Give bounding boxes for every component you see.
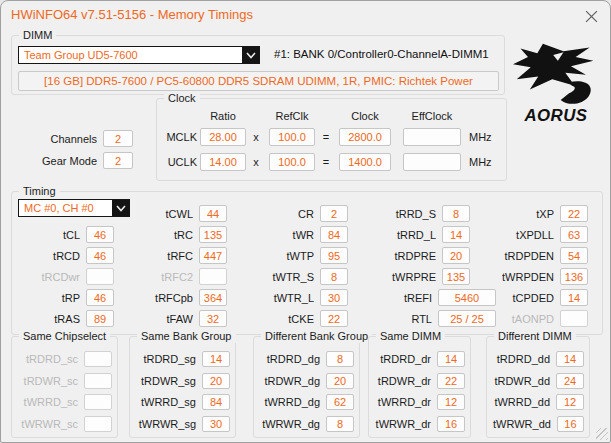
dimm-select-arrow-button[interactable]: [242, 47, 259, 63]
timing-value-tRCD: 46: [86, 247, 114, 264]
clock-header-clock: Clock: [339, 110, 391, 122]
timing-value-tRC: 135: [199, 226, 227, 243]
timing-row-tWTR_S: tWTR_S8: [254, 268, 348, 285]
timing-row-tRCDwr: tRCDwr: [18, 268, 114, 285]
value-tWRWR_sc: [84, 416, 112, 432]
uclk-clock-value: 1400.0: [339, 153, 391, 171]
value-tRDWR_dr: 22: [437, 373, 465, 389]
timing-value-tRDPRE: 20: [442, 247, 470, 264]
timing-value-tFAW: 32: [199, 310, 227, 327]
timing-label-tRCDwr: tRCDwr: [18, 271, 86, 283]
timing-value-tRRD_S: 8: [442, 205, 470, 222]
value-tWRRD_dd: 12: [556, 394, 584, 410]
dimm-group-label: DIMM: [19, 28, 56, 42]
label-tWRWR_dr: tWRWR_dr: [375, 418, 437, 430]
uclk-equals-sign: =: [318, 156, 334, 168]
value-tRDWR_dg: 20: [326, 373, 354, 389]
close-button[interactable]: [581, 6, 601, 26]
label-tWRRD_dd: tWRRD_dd: [493, 396, 556, 408]
timing-label-tWR: tWR: [254, 229, 320, 241]
label-tWRRD_sg: tWRRD_sg: [136, 396, 202, 408]
timing-column-5: tXP22 tXPDLL63 tRDPDEN54 tWRPDEN136 tCPD…: [472, 205, 588, 331]
label-tRDWR_dr: tRDWR_dr: [375, 375, 437, 387]
timing-label-RTL: RTL: [356, 313, 438, 325]
timing-value-tRP: 46: [86, 289, 114, 306]
dimm-select[interactable]: Team Group UD5-7600: [18, 46, 260, 64]
timing-row-tRP: tRP46: [18, 289, 114, 306]
label-tWRWR_dd: tWRWR_dd: [493, 418, 557, 430]
mclk-label: MCLK: [159, 131, 197, 143]
gear-mode-value: 2: [103, 152, 133, 169]
mclk-unit: MHz: [469, 131, 492, 143]
timing-row-tWTR_L: tWTR_L30: [254, 289, 348, 306]
uclk-ratio-value: 14.00: [200, 153, 246, 171]
chevron-down-icon: [116, 205, 126, 212]
timing-label-tXP: tXP: [472, 208, 560, 220]
same-dimm-group: Same DIMM tRDRD_dr14 tRDWR_dr22 tWRRD_dr…: [368, 336, 471, 438]
chevron-down-icon: [246, 52, 256, 59]
value-tWRRD_sc: [84, 394, 112, 410]
timing-row-tRFCpb: tRFCpb364: [130, 289, 227, 306]
label-tWRWR_sg: tWRWR_sg: [136, 418, 202, 430]
timing-row-tCPDED: tCPDED14: [472, 289, 588, 306]
timing-column-1: tCL46 tRCD46 tRCDwr tRP46 tRAS89: [18, 226, 114, 331]
timing-label-tXPDLL: tXPDLL: [472, 229, 560, 241]
timing-label-tCL: tCL: [18, 229, 86, 241]
timing-row-tRFC2: tRFC2: [130, 268, 227, 285]
dimm-group: DIMM Team Group UD5-7600 #1: BANK 0/Cont…: [11, 35, 505, 95]
same-bank-group-group: Same Bank Group tRDRD_sg14 tRDWR_sg20 tW…: [129, 336, 236, 438]
timing-label-tWTR_S: tWTR_S: [254, 271, 320, 283]
timing-value-tCWL: 44: [199, 205, 227, 222]
different-bank-group-label: Different Bank Group: [261, 329, 372, 343]
clock-header-ratio: Ratio: [200, 110, 246, 122]
timing-row-tWRPRE: tWRPRE135: [356, 268, 470, 285]
timing-label-tRFC2: tRFC2: [130, 271, 199, 283]
brand-wordmark: AORUS: [523, 106, 587, 125]
row-tRDWR_dd: tRDWR_dd24: [493, 373, 584, 389]
mclk-refclk-value: 100.0: [269, 128, 315, 146]
timing-label-tWRPDEN: tWRPDEN: [472, 271, 560, 283]
timing-row-tRRD_S: tRRD_S8: [356, 205, 470, 222]
timing-column-2: tCWL44 tRC135 tRFC447 tRFC2 tRFCpb364 tF…: [130, 205, 227, 331]
timing-row-tWTP: tWTP95: [254, 247, 348, 264]
different-bank-group-group: Different Bank Group tRDRD_dg8 tRDWR_dg2…: [253, 336, 360, 438]
value-tWRRD_dr: 12: [437, 394, 465, 410]
timing-row-tCKE: tCKE22: [254, 310, 348, 327]
clock-group: Clock Ratio RefClk Clock EffClock MCLK 2…: [156, 98, 507, 181]
timing-value-tRRD_L: 14: [442, 226, 470, 243]
timing-row-tRC: tRC135: [130, 226, 227, 243]
memory-controller-select[interactable]: MC #0, CH #0: [18, 199, 130, 217]
uclk-effclock-value: [403, 153, 461, 171]
row-tWRWR_dd: tWRWR_dd16: [493, 416, 584, 432]
timing-label-tWRPRE: tWRPRE: [356, 271, 442, 283]
row-tWRRD_dg: tWRRD_dg62: [260, 394, 354, 410]
title-bar: HWiNFO64 v7.51-5156 - Memory Timings: [1, 1, 610, 29]
row-tWRWR_sc: tWRWR_sc: [18, 416, 112, 432]
mclk-clock-value: 2800.0: [339, 128, 391, 146]
timing-label-tRP: tRP: [18, 292, 86, 304]
timing-label-tRFC: tRFC: [130, 250, 199, 262]
row-tWRRD_sg: tWRRD_sg84: [136, 394, 230, 410]
value-tRDWR_sg: 20: [202, 373, 230, 389]
timing-group-label: Timing: [19, 184, 60, 198]
timing-row-tXPDLL: tXPDLL63: [472, 226, 588, 243]
timing-value-tWRPRE: 135: [442, 268, 470, 285]
row-tRDWR_dg: tRDWR_dg20: [260, 373, 354, 389]
timing-row-tRRD_L: tRRD_L14: [356, 226, 470, 243]
uclk-refclk-value: 100.0: [269, 153, 315, 171]
timing-label-tRRD_L: tRRD_L: [356, 229, 442, 241]
different-dimm-group: Different DIMM tRDRD_dd14 tRDWR_dd24 tWR…: [486, 336, 590, 438]
row-tRDWR_dr: tRDWR_dr22: [375, 373, 465, 389]
timing-value-tRDPDEN: 54: [560, 247, 588, 264]
timing-label-tRDPDEN: tRDPDEN: [472, 250, 560, 262]
row-tRDRD_dd: tRDRD_dd14: [493, 351, 584, 367]
same-chipselect-group: Same Chipselect tRDRD_sc tRDWR_sc tWRRD_…: [11, 336, 118, 438]
row-tRDRD_dr: tRDRD_dr14: [375, 351, 465, 367]
dimm-description: [16 GB] DDR5-7600 / PC5-60800 DDR5 SDRAM…: [18, 71, 499, 91]
gear-mode-label: Gear Mode: [25, 155, 103, 167]
resize-grip-icon[interactable]: [596, 428, 608, 440]
row-tWRWR_dg: tWRWR_dg8: [260, 416, 354, 432]
memory-controller-select-arrow-button[interactable]: [112, 200, 129, 216]
gear-mode-field: Gear Mode 2: [25, 152, 133, 169]
value-tWRRD_dg: 62: [326, 394, 354, 410]
